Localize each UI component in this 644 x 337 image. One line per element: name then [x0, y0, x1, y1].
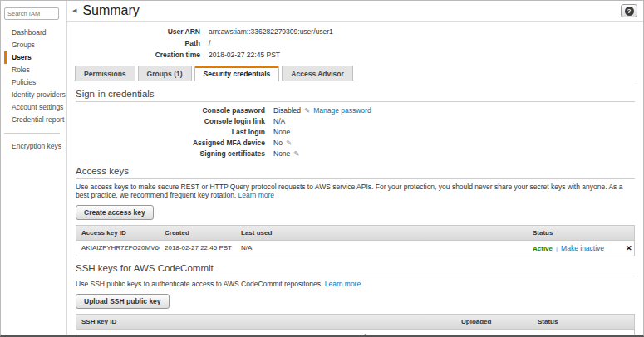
- create-access-key-button[interactable]: Create access key: [76, 205, 154, 220]
- sidebar-item-roles[interactable]: Roles: [4, 64, 66, 76]
- make-inactive-link[interactable]: Make inactive: [561, 244, 604, 252]
- ssh-keys-table-header: SSH key ID Uploaded Status: [76, 315, 634, 330]
- sidebar-nav: Dashboard Groups Users Roles Policies Id…: [4, 27, 66, 153]
- help-icon: ?: [625, 7, 634, 16]
- creation-time-value: 2018-02-27 22:45 PST: [209, 49, 280, 61]
- console-login-link-value: N/A: [273, 116, 285, 127]
- access-keys-table-header: Access key ID Created Last used Status: [76, 226, 634, 241]
- tab-access-advisor[interactable]: Access Advisor: [282, 66, 352, 81]
- description-text: Use SSH public keys to authenticate acce…: [76, 280, 322, 288]
- console-password-value: Disabled: [273, 105, 301, 116]
- column-header-spacer: [621, 315, 634, 329]
- edit-pencil-icon[interactable]: ✎: [293, 149, 299, 159]
- field-label: Signing certificates: [76, 149, 273, 159]
- ssh-keys-learn-more-link[interactable]: Learn more: [325, 280, 361, 288]
- signing-certificates-value: None: [273, 149, 290, 159]
- column-header-ssh-key-id: SSH key ID: [76, 315, 456, 329]
- description-text: Use access keys to make secure REST or H…: [76, 183, 622, 199]
- sidebar: Dashboard Groups Users Roles Policies Id…: [1, 1, 67, 335]
- ssh-keys-description: Use SSH public keys to authenticate acce…: [76, 280, 635, 288]
- status-badge: Active: [533, 245, 553, 252]
- field-label: Console password: [76, 105, 273, 116]
- column-header-last-used: Last used: [236, 226, 528, 240]
- summary-fields: User ARN arn:aws:iam::336282279309:user/…: [74, 26, 637, 61]
- sidebar-item-users[interactable]: Users: [4, 51, 66, 64]
- content: User ARN arn:aws:iam::336282279309:user/…: [67, 22, 643, 335]
- column-header-created: Created: [160, 226, 236, 240]
- divider: [76, 178, 635, 179]
- access-keys-title: Access keys: [76, 166, 635, 176]
- sidebar-item-encryption-keys[interactable]: Encryption keys: [4, 140, 66, 153]
- signin-credentials-title: Sign-in credentials: [76, 89, 635, 99]
- field-row-signing-certificates: Signing certificates None ✎: [76, 149, 635, 159]
- sidebar-item-identity-providers[interactable]: Identity providers: [4, 89, 66, 101]
- help-button[interactable]: ?: [621, 4, 637, 17]
- field-row-console-login-link: Console login link N/A: [76, 116, 635, 127]
- tab-permissions[interactable]: Permissions: [75, 66, 135, 81]
- access-key-table-row: AKIAIZFYHR7ZFO20MV6Q 2018-02-27 22:45 PS…: [76, 241, 634, 256]
- sidebar-item-account-settings[interactable]: Account settings: [4, 101, 66, 114]
- signin-credentials-fields: Console password Disabled ✎ Manage passw…: [76, 105, 635, 159]
- column-header-uploaded: Uploaded: [456, 315, 533, 329]
- search-input[interactable]: [4, 7, 59, 20]
- field-row-console-password: Console password Disabled ✎ Manage passw…: [76, 105, 635, 116]
- divider: [76, 101, 635, 102]
- separator: |: [556, 245, 558, 252]
- security-credentials-panel: Sign-in credentials Console password Dis…: [74, 81, 637, 337]
- last-login-value: None: [273, 127, 290, 138]
- field-label: User ARN: [74, 26, 209, 37]
- sidebar-item-groups[interactable]: Groups: [4, 39, 66, 51]
- ssh-keys-table: SSH key ID Uploaded Status No results: [76, 314, 635, 337]
- sidebar-divider: [4, 133, 60, 134]
- column-header-status: Status: [528, 226, 621, 240]
- field-label: Creation time: [74, 49, 209, 61]
- tab-bar: Permissions Groups (1) Security credenti…: [74, 66, 637, 81]
- page-title: Summary: [82, 3, 139, 18]
- tab-security-credentials[interactable]: Security credentials: [194, 66, 280, 81]
- access-key-last-used-value: N/A: [236, 241, 528, 256]
- access-key-status-cell: Active|Make inactive: [528, 241, 621, 256]
- mfa-device-value: No: [273, 138, 283, 149]
- iam-console-window: Dashboard Groups Users Roles Policies Id…: [0, 0, 644, 337]
- path-value: /: [209, 37, 210, 49]
- delete-access-key-icon[interactable]: ✕: [626, 244, 632, 252]
- sidebar-item-dashboard[interactable]: Dashboard: [4, 27, 66, 39]
- field-row-last-login: Last login None: [76, 127, 635, 138]
- sidebar-item-policies[interactable]: Policies: [4, 76, 66, 89]
- user-arn-value: arn:aws:iam::336282279309:user/user1: [209, 26, 333, 37]
- upload-ssh-public-key-button[interactable]: Upload SSH public key: [76, 294, 170, 309]
- delete-access-key-cell: ✕: [621, 241, 634, 256]
- access-key-id-value: AKIAIZFYHR7ZFO20MV6Q: [76, 241, 160, 256]
- main-area: ◀ Summary ? User ARN arn:aws:iam::336282…: [67, 1, 643, 335]
- column-header-spacer: [621, 226, 634, 240]
- field-label: Last login: [76, 127, 273, 138]
- summary-row-path: Path /: [74, 37, 637, 49]
- manage-password-link[interactable]: Manage password: [313, 105, 371, 116]
- divider: [76, 276, 635, 276]
- edit-pencil-icon[interactable]: ✎: [304, 105, 310, 116]
- access-keys-table: Access key ID Created Last used Status A…: [76, 225, 635, 256]
- summary-row-user-arn: User ARN arn:aws:iam::336282279309:user/…: [74, 26, 637, 37]
- column-header-access-key-id: Access key ID: [76, 226, 160, 240]
- field-label: Console login link: [76, 116, 273, 127]
- field-row-mfa-device: Assigned MFA device No ✎: [76, 138, 635, 149]
- access-keys-description: Use access keys to make secure REST or H…: [76, 183, 635, 199]
- edit-pencil-icon[interactable]: ✎: [286, 138, 292, 149]
- collapse-sidebar-icon[interactable]: ◀: [72, 7, 76, 14]
- ssh-keys-title: SSH keys for AWS CodeCommit: [76, 263, 635, 273]
- tab-groups[interactable]: Groups (1): [138, 66, 192, 81]
- sidebar-item-credential-report[interactable]: Credential report: [4, 114, 66, 126]
- column-header-status: Status: [533, 315, 621, 329]
- ssh-keys-empty-state: No results: [76, 330, 634, 337]
- field-label: Path: [74, 37, 209, 49]
- page-header: ◀ Summary ?: [67, 1, 643, 22]
- field-label: Assigned MFA device: [76, 138, 273, 149]
- access-key-created-value: 2018-02-27 22:45 PST: [160, 241, 236, 256]
- summary-row-creation-time: Creation time 2018-02-27 22:45 PST: [74, 49, 637, 61]
- access-keys-learn-more-link[interactable]: Learn more: [238, 191, 274, 199]
